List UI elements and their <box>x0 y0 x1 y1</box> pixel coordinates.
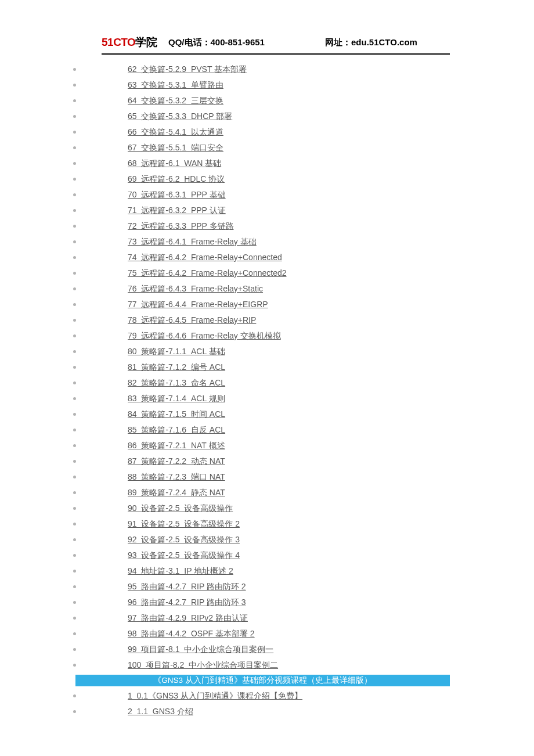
bullet-icon <box>73 146 76 149</box>
course-link[interactable]: 72 远程篇-6.3.3 PPP 多链路 <box>128 218 234 234</box>
course-link[interactable]: 81 策略篇-7.1.2 编号 ACL <box>128 359 225 375</box>
course-list-main: 62 交换篇-5.2.9 PVST 基本部署63 交换篇-5.3.1 单臂路由6… <box>0 62 534 673</box>
bullet-icon <box>73 601 76 604</box>
course-link[interactable]: 68 远程篇-6.1 WAN 基础 <box>128 156 221 171</box>
course-link[interactable]: 62 交换篇-5.2.9 PVST 基本部署 <box>128 62 247 77</box>
course-link[interactable]: 98 路由篇-4.4.2 OSPF 基本部署 2 <box>128 626 255 642</box>
list-item: 82 策略篇-7.1.3 命名 ACL <box>0 375 534 391</box>
course-link[interactable]: 67 交换篇-5.5.1 端口安全 <box>128 140 223 156</box>
list-item: 78 远程篇-6.4.5 Frame-Relay+RIP <box>0 312 534 328</box>
list-item: 80 策略篇-7.1.1 ACL 基础 <box>0 344 534 359</box>
bullet-icon <box>73 664 76 667</box>
list-item: 64 交换篇-5.3.2 三层交换 <box>0 93 534 109</box>
bullet-icon <box>73 68 76 71</box>
list-item: 73 远程篇-6.4.1 Frame-Relay 基础 <box>0 234 534 250</box>
course-link[interactable]: 100 项目篇-8.2 中小企业综合项目案例二 <box>128 657 278 673</box>
course-link[interactable]: 83 策略篇-7.1.4 ACL 规则 <box>128 391 225 406</box>
course-link[interactable]: 96 路由篇-4.2.7 RIP 路由防环 3 <box>128 595 246 610</box>
course-link[interactable]: 89 策略篇-7.2.4 静态 NAT <box>128 485 225 501</box>
course-link[interactable]: 86 策略篇-7.2.1 NAT 概述 <box>128 438 225 453</box>
course-link[interactable]: 88 策略篇-7.2.3 端口 NAT <box>128 469 225 485</box>
course-link[interactable]: 71 远程篇-6.3.2 PPP 认证 <box>128 203 226 218</box>
bullet-icon <box>73 632 76 635</box>
bullet-icon <box>73 225 76 228</box>
course-link[interactable]: 79 远程篇-6.4.6 Frame-Relay 交换机模拟 <box>128 328 281 344</box>
bullet-icon <box>73 554 76 557</box>
course-link[interactable]: 78 远程篇-6.4.5 Frame-Relay+RIP <box>128 312 256 328</box>
course-link[interactable]: 87 策略篇-7.2.2 动态 NAT <box>128 453 225 469</box>
course-link[interactable]: 93 设备篇-2.5 设备高级操作 4 <box>128 548 240 563</box>
list-item: 2 1.1 GNS3 介绍 <box>0 704 534 719</box>
bullet-icon <box>73 131 76 134</box>
page-header: 51CTO学院 QQ/电话：400-851-9651 网址：edu.51CTO.… <box>102 35 450 55</box>
contact-phone: QQ/电话：400-851-9651 <box>168 37 325 48</box>
list-item: 97 路由篇-4.2.9 RIPv2 路由认证 <box>0 610 534 626</box>
list-item: 93 设备篇-2.5 设备高级操作 4 <box>0 548 534 563</box>
bullet-icon <box>73 413 76 416</box>
list-item: 76 远程篇-6.4.3 Frame-Relay+Static <box>0 281 534 297</box>
course-link[interactable]: 99 项目篇-8.1 中小企业综合项目案例一 <box>128 642 273 657</box>
course-link[interactable]: 77 远程篇-6.4.4 Frame-Relay+EIGRP <box>128 297 268 312</box>
course-link[interactable]: 80 策略篇-7.1.1 ACL 基础 <box>128 344 225 359</box>
list-item: 84 策略篇-7.1.5 时间 ACL <box>0 406 534 422</box>
bullet-icon <box>73 209 76 212</box>
course-link[interactable]: 69 远程篇-6.2 HDLC 协议 <box>128 171 225 187</box>
course-section-title: 《GNS3 从入门到精通》基础部分视频课程（史上最详细版） <box>75 675 450 686</box>
list-item: 79 远程篇-6.4.6 Frame-Relay 交换机模拟 <box>0 328 534 344</box>
bullet-icon <box>73 444 76 447</box>
bullet-icon <box>73 694 76 697</box>
bullet-icon <box>73 429 76 431</box>
course-list-sub: 1 0.1《GNS3 从入门到精通》课程介绍【免费】2 1.1 GNS3 介绍 <box>0 688 534 719</box>
course-link[interactable]: 94 地址篇-3.1 IP 地址概述 2 <box>128 563 233 579</box>
course-link[interactable]: 74 远程篇-6.4.2 Frame-Relay+Connected <box>128 250 282 265</box>
bullet-icon <box>73 570 76 573</box>
course-link[interactable]: 75 远程篇-6.4.2 Frame-Relay+Connected2 <box>128 265 287 281</box>
bullet-icon <box>73 617 76 620</box>
list-item: 89 策略篇-7.2.4 静态 NAT <box>0 485 534 501</box>
course-link[interactable]: 1 0.1《GNS3 从入门到精通》课程介绍【免费】 <box>128 688 302 704</box>
document-page: 51CTO学院 QQ/电话：400-851-9651 网址：edu.51CTO.… <box>0 0 534 743</box>
course-link[interactable]: 91 设备篇-2.5 设备高级操作 2 <box>128 516 240 532</box>
course-link[interactable]: 65 交换篇-5.3.3 DHCP 部署 <box>128 109 232 124</box>
list-item: 85 策略篇-7.1.6 自反 ACL <box>0 422 534 438</box>
course-link[interactable]: 92 设备篇-2.5 设备高级操作 3 <box>128 532 240 548</box>
bullet-icon <box>73 710 76 713</box>
list-item: 81 策略篇-7.1.2 编号 ACL <box>0 359 534 375</box>
course-link[interactable]: 63 交换篇-5.3.1 单臂路由 <box>128 77 223 93</box>
list-item: 62 交换篇-5.2.9 PVST 基本部署 <box>0 62 534 77</box>
list-item: 72 远程篇-6.3.3 PPP 多链路 <box>0 218 534 234</box>
list-item: 88 策略篇-7.2.3 端口 NAT <box>0 469 534 485</box>
bullet-icon <box>73 256 76 259</box>
bullet-icon <box>73 476 76 478</box>
site-logo: 51CTO学院 <box>102 35 168 50</box>
list-item: 96 路由篇-4.2.7 RIP 路由防环 3 <box>0 595 534 610</box>
site-url: 网址：edu.51CTO.com <box>325 37 417 48</box>
bullet-icon <box>73 585 76 588</box>
course-link[interactable]: 73 远程篇-6.4.1 Frame-Relay 基础 <box>128 234 257 250</box>
course-link[interactable]: 97 路由篇-4.2.9 RIPv2 路由认证 <box>128 610 248 626</box>
bullet-icon <box>73 334 76 337</box>
list-item: 63 交换篇-5.3.1 单臂路由 <box>0 77 534 93</box>
bullet-icon <box>73 193 76 196</box>
course-link[interactable]: 84 策略篇-7.1.5 时间 ACL <box>128 406 225 422</box>
course-link[interactable]: 90 设备篇-2.5 设备高级操作 <box>128 501 233 516</box>
bullet-icon <box>73 648 76 651</box>
list-item: 100 项目篇-8.2 中小企业综合项目案例二 <box>0 657 534 673</box>
course-link[interactable]: 76 远程篇-6.4.3 Frame-Relay+Static <box>128 281 263 297</box>
course-link[interactable]: 95 路由篇-4.2.7 RIP 路由防环 2 <box>128 579 246 595</box>
bullet-icon <box>73 287 76 290</box>
list-item: 65 交换篇-5.3.3 DHCP 部署 <box>0 109 534 124</box>
bullet-icon <box>73 303 76 306</box>
bullet-icon <box>73 240 76 243</box>
course-link[interactable]: 82 策略篇-7.1.3 命名 ACL <box>128 375 225 391</box>
bullet-icon <box>73 507 76 510</box>
logo-suffix: 学院 <box>135 36 157 48</box>
course-link[interactable]: 64 交换篇-5.3.2 三层交换 <box>128 93 223 109</box>
bullet-icon <box>73 523 76 525</box>
list-item: 77 远程篇-6.4.4 Frame-Relay+EIGRP <box>0 297 534 312</box>
logo-brand: 51CTO <box>102 36 135 48</box>
course-link[interactable]: 85 策略篇-7.1.6 自反 ACL <box>128 422 225 438</box>
course-link[interactable]: 70 远程篇-6.3.1 PPP 基础 <box>128 187 226 203</box>
course-link[interactable]: 66 交换篇-5.4.1 以太通道 <box>128 124 223 140</box>
course-link[interactable]: 2 1.1 GNS3 介绍 <box>128 704 193 719</box>
